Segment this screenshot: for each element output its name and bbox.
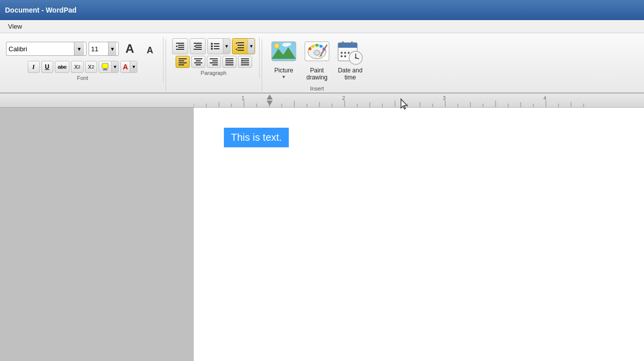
font-controls-top: Calibri ▼ 11 ▼ A A [6, 38, 159, 59]
title-bar: Document - WordPad [0, 0, 644, 20]
picture-label: Picture [274, 67, 293, 74]
menu-bar: View [0, 20, 644, 33]
svg-point-67 [341, 52, 343, 54]
rtl-align-icon [240, 58, 250, 66]
divider-2 [262, 39, 262, 91]
align-right-button[interactable] [207, 56, 221, 68]
ruler-svg: 1 2 3 4 [194, 94, 596, 108]
picture-button[interactable]: Picture ▼ [268, 37, 299, 82]
list-button[interactable]: ▼ [207, 38, 230, 54]
rtl-align-button[interactable] [238, 56, 252, 68]
svg-marker-44 [241, 60, 243, 62]
align-left-button[interactable] [176, 56, 190, 68]
align-right-icon [209, 58, 218, 66]
svg-point-16 [211, 48, 213, 50]
highlight-button[interactable]: ▼ [99, 61, 119, 73]
subscript-button[interactable]: X2 [71, 61, 83, 73]
font-grow-button[interactable]: A [121, 40, 139, 58]
date-time-svg [337, 40, 363, 66]
font-size-dropdown[interactable]: 11 ▼ [89, 42, 119, 56]
insert-buttons-row: Picture ▼ [268, 37, 366, 83]
svg-point-53 [308, 47, 311, 50]
strikethrough-button[interactable]: abc [55, 61, 70, 73]
ruler-marks: 1 2 3 4 [194, 94, 644, 108]
highlight-arrow[interactable]: ▼ [111, 61, 118, 72]
svg-marker-23 [235, 49, 237, 50]
font-color-button[interactable]: A ▼ [120, 61, 137, 73]
svg-point-54 [311, 45, 314, 48]
svg-point-69 [348, 52, 350, 54]
svg-point-49 [286, 43, 291, 46]
font-size-arrow[interactable]: ▼ [108, 42, 116, 55]
font-shrink-button[interactable]: A [141, 41, 159, 59]
title-bar-text: Document - WordPad [5, 6, 76, 14]
svg-rect-62 [338, 46, 357, 48]
ruler: 1 2 3 4 [0, 94, 644, 108]
font-color-arrow[interactable]: ▼ [130, 61, 137, 72]
svg-point-56 [319, 45, 323, 48]
svg-point-52 [314, 50, 320, 55]
underline-button[interactable]: U [41, 61, 53, 73]
left-margin [0, 108, 194, 361]
svg-point-71 [341, 55, 343, 57]
decrease-indent-button[interactable] [172, 38, 188, 54]
svg-marker-22 [235, 42, 237, 44]
date-time-label: Date andtime [338, 67, 363, 81]
svg-text:3: 3 [443, 96, 446, 101]
svg-marker-1 [103, 68, 108, 70]
page[interactable]: This is text. [194, 108, 644, 361]
insert-section-label: Insert [268, 85, 366, 93]
svg-point-55 [315, 44, 318, 47]
svg-rect-0 [102, 63, 108, 68]
svg-text:2: 2 [342, 96, 345, 101]
paragraph-top-row: ▼ ▼ [172, 38, 255, 54]
menu-view[interactable]: View [4, 22, 26, 31]
font-section: Calibri ▼ 11 ▼ A A I U abc X2 X2 [2, 37, 164, 83]
picture-icon [271, 40, 297, 66]
font-name-value: Calibri [9, 45, 74, 53]
insert-section: Picture ▼ [264, 37, 370, 93]
selected-text: This is text. [224, 128, 289, 147]
highlight-icon [101, 63, 109, 71]
picture-svg [271, 40, 297, 66]
document-area: This is text. [0, 108, 644, 361]
align-center-icon [194, 58, 203, 66]
svg-text:1: 1 [242, 96, 245, 101]
svg-point-12 [211, 43, 213, 45]
paragraph-section: ▼ ▼ [168, 37, 260, 78]
format-row: I U abc X2 X2 ▼ A [28, 61, 138, 73]
ribbon: Calibri ▼ 11 ▼ A A I U abc X2 X2 [0, 33, 644, 94]
svg-point-47 [274, 43, 279, 48]
divider-1 [166, 39, 166, 91]
font-size-value: 11 [91, 45, 108, 53]
paint-icon [304, 40, 330, 66]
align-row [176, 56, 252, 68]
paint-drawing-button[interactable]: Paintdrawing [301, 37, 333, 83]
font-name-arrow[interactable]: ▼ [74, 42, 84, 55]
svg-marker-11 [194, 45, 196, 47]
align-center-button[interactable] [191, 56, 205, 68]
paragraph-section-label: Paragraph [201, 70, 226, 77]
svg-marker-6 [176, 45, 178, 47]
line-spacing-icon [235, 41, 245, 51]
align-justify-icon [225, 58, 234, 66]
svg-point-68 [344, 52, 346, 54]
svg-point-72 [344, 55, 346, 57]
paint-label: Paintdrawing [306, 67, 328, 81]
svg-point-14 [211, 45, 213, 47]
font-name-dropdown[interactable]: Calibri ▼ [6, 42, 87, 56]
italic-button[interactable]: I [28, 61, 40, 73]
date-time-button[interactable]: Date andtime [335, 37, 366, 83]
superscript-button[interactable]: X2 [85, 61, 97, 73]
increase-indent-button[interactable] [190, 38, 206, 54]
svg-text:4: 4 [543, 96, 546, 101]
list-arrow[interactable]: ▼ [223, 39, 230, 54]
align-left-icon [178, 58, 187, 66]
increase-indent-icon [193, 41, 203, 51]
decrease-indent-icon [175, 41, 185, 51]
font-section-label: Font [77, 75, 88, 82]
line-spacing-arrow[interactable]: ▼ [248, 39, 255, 54]
list-icon [210, 41, 220, 51]
line-spacing-button[interactable]: ▼ [232, 38, 255, 54]
align-justify-button[interactable] [222, 56, 236, 68]
